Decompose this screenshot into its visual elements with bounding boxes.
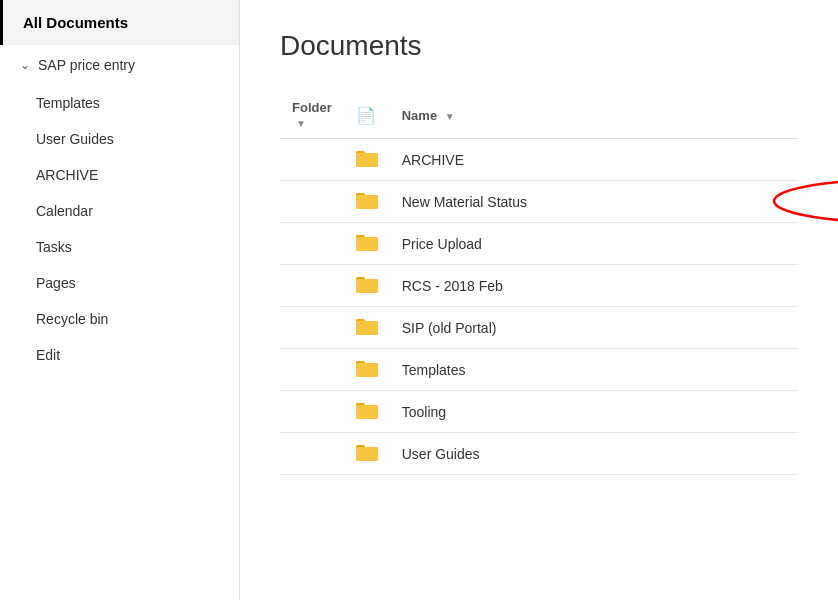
all-documents-label: All Documents: [23, 14, 128, 31]
folder-icon-cell: [344, 223, 390, 265]
sidebar-item-recycle-bin[interactable]: Recycle bin: [0, 301, 239, 337]
file-icon: 📄: [356, 107, 376, 124]
folder-cell: [280, 433, 344, 475]
svg-rect-15: [356, 321, 378, 334]
folder-icon: [356, 443, 378, 461]
table-row[interactable]: SIP (old Portal): [280, 307, 798, 349]
folder-icon-cell: [344, 307, 390, 349]
folder-name-cell[interactable]: Tooling: [390, 391, 798, 433]
name-sort-icon: ▼: [445, 111, 455, 122]
folder-name-cell[interactable]: New Material Status: [390, 181, 798, 223]
folder-name-cell[interactable]: User Guides: [390, 433, 798, 475]
table-row[interactable]: RCS - 2018 Feb: [280, 265, 798, 307]
documents-table: Folder ▼ 📄 Name ▼ ARCHIVE: [280, 92, 798, 475]
sidebar: All Documents ⌄ SAP price entry Template…: [0, 0, 240, 600]
table-row[interactable]: Tooling: [280, 391, 798, 433]
folder-name-cell[interactable]: RCS - 2018 Feb: [390, 265, 798, 307]
folder-name-cell[interactable]: Price Upload: [390, 223, 798, 265]
folder-icon: [356, 149, 378, 167]
folder-icon-cell: [344, 181, 390, 223]
folder-icon-cell: [344, 433, 390, 475]
sidebar-item-pages[interactable]: Pages: [0, 265, 239, 301]
svg-rect-2: [356, 153, 378, 166]
folder-cell: [280, 307, 344, 349]
chevron-down-icon: ⌄: [20, 58, 30, 72]
folder-icon: [356, 401, 378, 419]
main-content: Documents Folder ▼ 📄 Name ▼: [240, 0, 838, 600]
table-row[interactable]: Price Upload: [280, 223, 798, 265]
folder-icon-cell: [344, 391, 390, 433]
sidebar-item-archive[interactable]: ARCHIVE: [0, 157, 239, 193]
folder-name-cell[interactable]: SIP (old Portal): [390, 307, 798, 349]
folder-cell: [280, 223, 344, 265]
folder-icon: [356, 191, 378, 209]
table-row[interactable]: User Guides: [280, 433, 798, 475]
folder-icon: [356, 275, 378, 293]
table-row[interactable]: New Material Status: [280, 181, 798, 223]
folder-name-cell[interactable]: Templates: [390, 349, 798, 391]
file-icon-column-header: 📄: [344, 92, 390, 139]
sidebar-item-tasks[interactable]: Tasks: [0, 229, 239, 265]
folder-name-cell[interactable]: ARCHIVE: [390, 139, 798, 181]
folder-cell: [280, 265, 344, 307]
sidebar-section-header[interactable]: ⌄ SAP price entry: [0, 45, 239, 85]
sidebar-section-label: SAP price entry: [38, 57, 135, 73]
folder-column-header[interactable]: Folder ▼: [280, 92, 344, 139]
folder-icon: [356, 317, 378, 335]
table-row[interactable]: Templates: [280, 349, 798, 391]
name-column-header[interactable]: Name ▼: [390, 92, 798, 139]
page-title: Documents: [280, 30, 798, 62]
sidebar-item-templates[interactable]: Templates: [0, 85, 239, 121]
svg-rect-24: [356, 447, 378, 460]
folder-cell: [280, 391, 344, 433]
table-row[interactable]: ARCHIVE: [280, 139, 798, 181]
folder-icon: [356, 359, 378, 377]
folder-icon-cell: [344, 349, 390, 391]
folder-cell: [280, 139, 344, 181]
svg-rect-18: [356, 363, 378, 376]
svg-rect-5: [356, 195, 378, 208]
folder-cell: [280, 349, 344, 391]
folder-cell: [280, 181, 344, 223]
svg-rect-9: [356, 237, 378, 250]
table-header-row: Folder ▼ 📄 Name ▼: [280, 92, 798, 139]
sidebar-item-user-guides[interactable]: User Guides: [0, 121, 239, 157]
svg-rect-21: [356, 405, 378, 418]
sidebar-item-all-documents[interactable]: All Documents: [0, 0, 239, 45]
sidebar-item-calendar[interactable]: Calendar: [0, 193, 239, 229]
folder-sort-icon: ▼: [296, 118, 306, 129]
folder-icon-cell: [344, 139, 390, 181]
sidebar-item-edit[interactable]: Edit: [0, 337, 239, 373]
svg-rect-12: [356, 279, 378, 292]
folder-icon: [356, 233, 378, 251]
folder-icon-cell: [344, 265, 390, 307]
